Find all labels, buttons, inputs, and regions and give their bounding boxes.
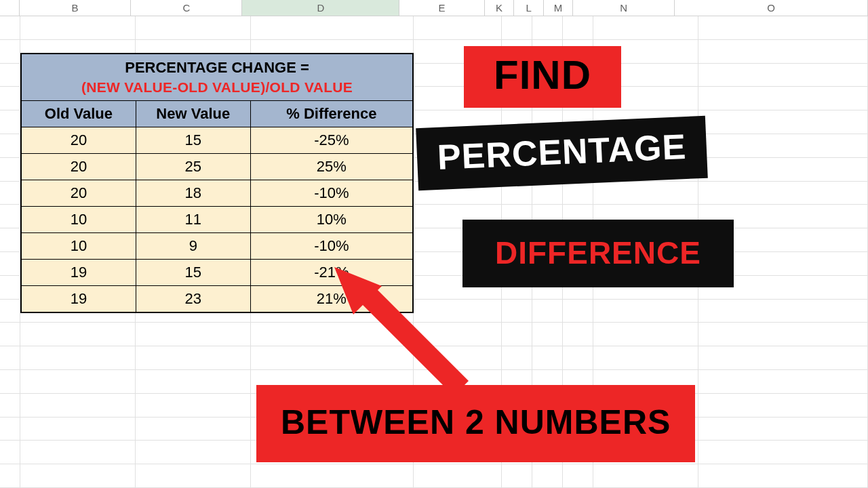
cell-old-value[interactable]: 19 [22,260,136,285]
formula-title: PERCENTAGE CHANGE = (NEW VALUE-OLD VALUE… [22,54,412,101]
cell-pct-difference[interactable]: -10% [251,180,412,206]
banner-find: FIND [464,46,621,108]
cell-pct-difference[interactable]: 21% [251,286,412,312]
cell-old-value[interactable]: 20 [22,127,136,153]
col-header-O[interactable]: O [675,0,868,16]
cell-pct-difference[interactable]: 25% [251,154,412,180]
banner-difference: DIFFERENCE [462,220,734,287]
formula-line1: PERCENTAGE CHANGE = [24,58,410,78]
cell-old-value[interactable]: 20 [22,154,136,180]
table-row[interactable]: 202525% [22,154,412,180]
cell-new-value[interactable]: 15 [136,260,251,285]
cell-new-value[interactable]: 25 [136,154,251,180]
cell-old-value[interactable]: 10 [22,233,136,259]
col-header-N[interactable]: N [573,0,675,16]
table-body: 2015-25%202525%2018-10%101110%109-10%191… [22,127,412,312]
col-header-C[interactable]: C [131,0,242,16]
table-row[interactable]: 2015-25% [22,127,412,154]
banner-percentage: PERCENTAGE [416,116,708,191]
col-header-K[interactable]: K [485,0,515,16]
header-old-value: Old Value [22,101,136,127]
col-header-D[interactable]: D [242,0,399,16]
col-header-L[interactable]: L [514,0,544,16]
table-row[interactable]: 109-10% [22,233,412,260]
cell-pct-difference[interactable]: -21% [251,260,412,285]
cell-new-value[interactable]: 9 [136,233,251,259]
table-row[interactable]: 2018-10% [22,180,412,207]
header-pct-difference: % Difference [251,101,412,127]
table-row[interactable]: 101110% [22,207,412,233]
cell-pct-difference[interactable]: -25% [251,127,412,153]
formula-line2: (NEW VALUE-OLD VALUE)/OLD VALUE [24,78,410,96]
col-header-M[interactable]: M [544,0,574,16]
cell-old-value[interactable]: 20 [22,180,136,206]
table-header-row: Old Value New Value % Difference [22,101,412,127]
cell-new-value[interactable]: 11 [136,207,251,232]
spreadsheet-grid[interactable]: // placeholder; real rows generated belo… [0,16,868,488]
percentage-change-table: PERCENTAGE CHANGE = (NEW VALUE-OLD VALUE… [20,53,414,313]
cell-new-value[interactable]: 23 [136,286,251,312]
banner-between: BETWEEN 2 NUMBERS [256,385,695,462]
header-new-value: New Value [136,101,251,127]
col-header-E[interactable]: E [399,0,485,16]
col-header-B[interactable]: B [20,0,131,16]
cell-pct-difference[interactable]: -10% [251,233,412,259]
column-header-row: B C D E K L M N O [0,0,868,16]
cell-pct-difference[interactable]: 10% [251,207,412,232]
table-row[interactable]: 1915-21% [22,260,412,286]
cell-old-value[interactable]: 19 [22,286,136,312]
table-row[interactable]: 192321% [22,286,412,312]
cell-new-value[interactable]: 15 [136,127,251,153]
cell-new-value[interactable]: 18 [136,180,251,206]
cell-old-value[interactable]: 10 [22,207,136,232]
